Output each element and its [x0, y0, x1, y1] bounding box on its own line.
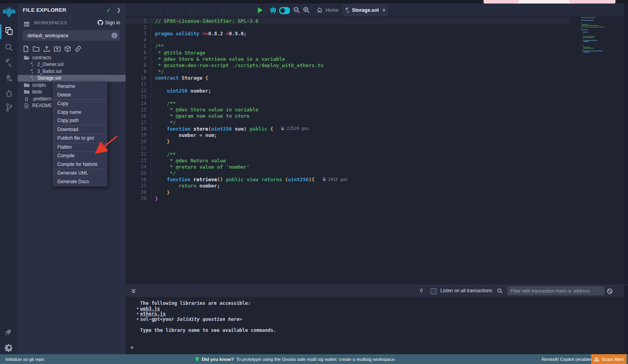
- create-folder-icon[interactable]: [33, 46, 40, 52]
- terminal-output[interactable]: The following libraries are accessible: …: [126, 297, 624, 354]
- code-line-17[interactable]: 17 */: [126, 119, 570, 126]
- code-line-2[interactable]: 2: [126, 24, 570, 30]
- menu-item-copy[interactable]: Copy: [53, 100, 107, 108]
- collapse-terminal-icon[interactable]: [131, 288, 136, 294]
- tree-item-3-ballot-sol[interactable]: 3_Ballot.sol: [18, 68, 126, 75]
- zoom-in-icon[interactable]: [303, 6, 310, 14]
- cube-icon[interactable]: [64, 46, 71, 52]
- minimap-line: [582, 53, 583, 54]
- create-file-icon[interactable]: [23, 46, 29, 52]
- code-line-4[interactable]: 4: [126, 37, 570, 43]
- code-line-21[interactable]: 21: [126, 145, 570, 151]
- code-line-24[interactable]: 24 * @return value of 'number': [126, 164, 570, 170]
- code-line-29[interactable]: 29}: [126, 195, 570, 202]
- terminal-library-item: •web3.js: [136, 306, 242, 311]
- code-line-26[interactable]: 26 function retrieve() public view retur…: [126, 177, 570, 183]
- code-line-20[interactable]: 20 }: [126, 138, 570, 145]
- code-line-28[interactable]: 28 }: [126, 189, 570, 195]
- code-line-8[interactable]: 8 * @custom:dev-run-script ./scripts/dep…: [126, 62, 570, 68]
- code-line-13[interactable]: 13: [126, 94, 570, 100]
- line-number: 14: [126, 101, 146, 106]
- code-line-14[interactable]: 14 /**: [126, 100, 570, 106]
- artifact-blob: [484, 0, 519, 4]
- line-number: 12: [126, 88, 146, 93]
- minimap-line: [583, 37, 594, 38]
- minimap-line: [583, 36, 595, 37]
- code-line-7[interactable]: 7 * @dev Store & retrieve value in a var…: [126, 56, 570, 62]
- plugin-manager-icon[interactable]: [0, 327, 18, 336]
- remix-logo-icon[interactable]: [0, 5, 18, 19]
- tree-item-2-owner-sol[interactable]: 2_Owner.sol: [18, 61, 126, 68]
- code-line-15[interactable]: 15 * @dev Store value in variable: [126, 107, 570, 113]
- search-icon[interactable]: [0, 43, 18, 52]
- run-script-button[interactable]: [257, 7, 264, 14]
- code-line-19[interactable]: 19 number = num;: [126, 132, 570, 138]
- minimap-line: [581, 17, 595, 18]
- line-number: 9: [126, 69, 146, 75]
- code-line-12[interactable]: 12 uint256 number;: [126, 87, 570, 94]
- menu-item-copy-name[interactable]: Copy name: [53, 108, 107, 117]
- menu-item-generate-docs[interactable]: Generate Docs: [53, 178, 107, 186]
- copilot-status[interactable]: RemixAI Copilot (enabled): [542, 357, 594, 362]
- tab-storage-sol[interactable]: Storage.sol ×: [343, 4, 388, 16]
- code-line-18[interactable]: 18 function store(uint256 num) public {2…: [126, 126, 570, 132]
- code-editor[interactable]: 1// SPDX-License-Identifier: GPL-3.023pr…: [126, 16, 628, 285]
- settings-gear-icon[interactable]: [0, 343, 18, 352]
- tab-home[interactable]: Home: [317, 4, 338, 16]
- line-number: 11: [126, 82, 146, 87]
- sign-in-button[interactable]: Sign in: [97, 20, 120, 25]
- hamburger-menu-icon[interactable]: [24, 21, 29, 27]
- init-git-repo-button[interactable]: Initialize as git repo: [5, 357, 44, 362]
- code-line-3[interactable]: 3pragma solidity >=0.8.2 <0.9.0;: [126, 30, 570, 36]
- line-number: 26: [126, 177, 146, 182]
- menu-item-rename[interactable]: Rename: [53, 82, 107, 91]
- menu-item-compile-for-nahmii[interactable]: Compile for Nahmii: [53, 160, 107, 169]
- code-line-11[interactable]: 11: [126, 81, 570, 87]
- tab-close-icon[interactable]: ×: [382, 7, 385, 13]
- remixai-robot-icon[interactable]: [269, 6, 277, 14]
- code-line-1[interactable]: 1// SPDX-License-Identifier: GPL-3.0: [126, 18, 570, 24]
- code-line-5[interactable]: 5/**: [126, 43, 570, 49]
- code-line-6[interactable]: 6 * @title Storage: [126, 49, 570, 56]
- deploy-run-icon[interactable]: [0, 73, 18, 83]
- tree-item-contracts[interactable]: contracts: [18, 54, 126, 61]
- debugger-icon[interactable]: [0, 89, 18, 98]
- library-web3-js[interactable]: web3.js: [140, 306, 160, 311]
- solidity-compiler-icon[interactable]: [0, 58, 18, 67]
- tree-item-storage-sol[interactable]: Storage.sol: [18, 75, 126, 82]
- scam-alert-button[interactable]: Scam Alert: [591, 354, 626, 364]
- link-icon[interactable]: [75, 46, 82, 52]
- transaction-filter-input[interactable]: [507, 286, 604, 295]
- code-line-25[interactable]: 25 */: [126, 170, 570, 177]
- menu-item-delete[interactable]: Delete: [53, 91, 107, 100]
- line-number: 16: [126, 113, 146, 119]
- code-line-27[interactable]: 27 return number;: [126, 183, 570, 189]
- copilot-toggle[interactable]: [279, 7, 290, 14]
- code-line-23[interactable]: 23 * @dev Return value: [126, 157, 570, 164]
- listen-transactions-checkbox[interactable]: [431, 288, 436, 294]
- chevron-right-icon[interactable]: ❯: [117, 7, 121, 13]
- line-content: pragma solidity >=0.8.2 <0.9.0;: [155, 31, 246, 36]
- git-icon[interactable]: [0, 103, 18, 112]
- terminal-prompt[interactable]: >: [131, 345, 133, 350]
- code-line-10[interactable]: 10contract Storage {: [126, 75, 570, 81]
- workspace-switch-icon[interactable]: ▲▼: [111, 33, 117, 38]
- minimap[interactable]: [570, 17, 613, 68]
- code-line-9[interactable]: 9 */: [126, 69, 570, 75]
- library-ethers-js[interactable]: ethers.js: [140, 311, 166, 317]
- line-content: }: [155, 196, 158, 202]
- upload-folder-icon[interactable]: [54, 46, 61, 52]
- tree-item-label: Storage.sol: [37, 75, 61, 81]
- workspace-select[interactable]: default_workspace ▲▼: [23, 30, 120, 41]
- code-line-22[interactable]: 22 /**: [126, 151, 570, 157]
- gas-estimate-badge: 22520 gas: [281, 126, 309, 131]
- lightbulb-icon: [195, 357, 199, 362]
- upload-file-icon[interactable]: [43, 46, 50, 52]
- zoom-out-icon[interactable]: [293, 6, 300, 14]
- menu-item-copy-path[interactable]: Copy path: [53, 116, 107, 125]
- menu-item-generate-uml[interactable]: Generate UML: [53, 169, 107, 178]
- file-explorer-icon[interactable]: [0, 26, 18, 36]
- github-icon: [97, 20, 103, 25]
- code-line-16[interactable]: 16 * @param num value to store: [126, 113, 570, 119]
- clear-console-icon[interactable]: [607, 288, 613, 294]
